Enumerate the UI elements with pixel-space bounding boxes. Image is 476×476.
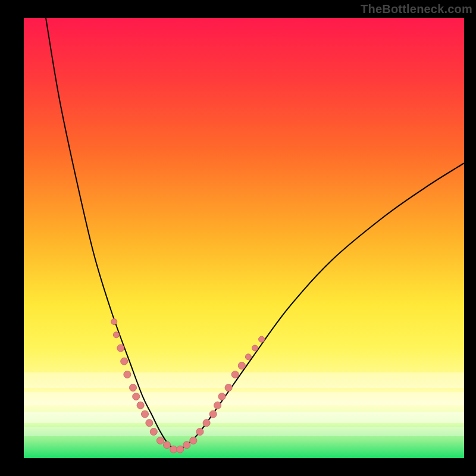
data-point [177, 446, 184, 453]
data-point [190, 437, 197, 444]
data-point [164, 441, 171, 449]
data-point [150, 428, 157, 436]
data-point [252, 345, 258, 351]
bottleneck-curve [46, 18, 464, 449]
plot-area [24, 18, 464, 458]
data-point [245, 354, 251, 360]
data-points [111, 319, 265, 453]
data-point [142, 411, 149, 418]
data-point [225, 384, 232, 392]
data-point [214, 402, 221, 409]
data-point [231, 371, 239, 378]
data-point [156, 437, 164, 444]
data-point [121, 358, 128, 365]
data-point [259, 336, 265, 342]
data-point [137, 402, 144, 409]
watermark-text: TheBottleneck.com [361, 2, 472, 16]
data-point [196, 428, 203, 436]
chart-frame: TheBottleneck.com [0, 0, 476, 476]
data-point [238, 362, 245, 369]
data-point [146, 419, 153, 427]
data-point [203, 419, 210, 427]
data-point [130, 384, 137, 392]
data-point [218, 393, 226, 400]
data-point [111, 319, 117, 325]
data-point [133, 393, 140, 400]
data-point [183, 441, 190, 449]
data-point [113, 332, 119, 338]
data-point [124, 371, 131, 378]
data-point [209, 411, 217, 418]
data-point [170, 446, 177, 453]
data-point [117, 345, 124, 352]
curve-layer [24, 18, 464, 458]
